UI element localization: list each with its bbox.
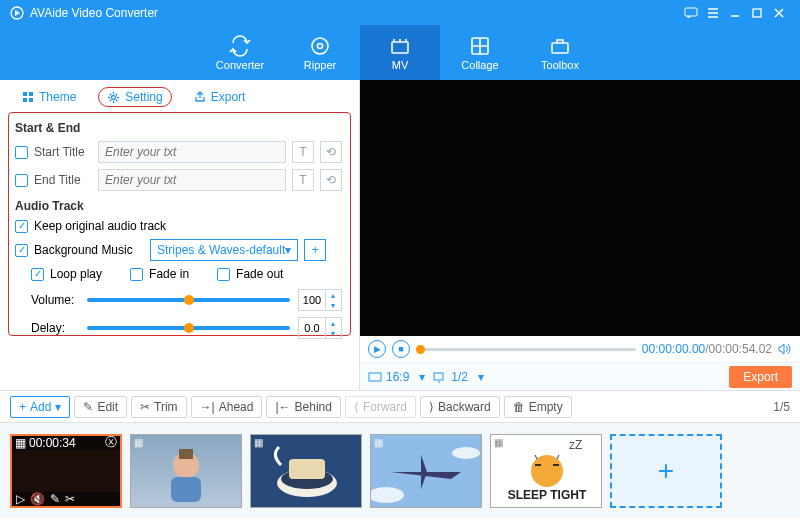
play-button[interactable]: ▶ [368,340,386,358]
video-preview[interactable] [360,80,800,336]
svg-text:SLEEP TIGHT: SLEEP TIGHT [508,488,587,502]
panel-tabs: Theme Setting Export [8,84,351,110]
clip-actions: +Add▾ ✎Edit ✂Trim →|Ahead |←Behind ⟨Forw… [0,390,800,422]
cut-icon[interactable]: ✂ [65,492,75,506]
feedback-icon[interactable] [680,2,702,24]
add-bgm-button[interactable]: + [304,239,326,261]
play-icon[interactable]: ▷ [16,492,25,506]
thumbnail-1[interactable]: ▦00:00:34ⓧ ▷🔇✎✂ [10,434,122,508]
time-display: 00:00:00.00/00:00:54.02 [642,342,772,356]
delay-value[interactable] [299,322,325,334]
trash-icon: 🗑 [513,400,525,414]
empty-button[interactable]: 🗑Empty [504,396,572,418]
screens-select[interactable]: 1/2▾ [433,370,484,384]
bgm-checkbox[interactable] [15,244,28,257]
volume-icon[interactable] [778,343,792,355]
tool-ripper[interactable]: Ripper [280,25,360,80]
fadein-label: Fade in [149,267,189,281]
down-icon[interactable]: ▾ [326,328,339,338]
svg-rect-13 [369,373,381,381]
settings-panel: Theme Setting Export Start & End Start T… [0,80,360,390]
tab-setting[interactable]: Setting [98,87,171,107]
tab-export[interactable]: Export [186,88,254,106]
stop-button[interactable]: ■ [392,340,410,358]
tool-label: Toolbox [541,59,579,71]
volume-slider[interactable] [87,298,290,302]
bgm-select[interactable]: Stripes & Waves-default ▾ [150,239,298,261]
titlebar: AVAide Video Converter [0,0,800,25]
thumbnail-2[interactable]: ▦ [130,434,242,508]
start-title-checkbox[interactable] [15,146,28,159]
thumbnail-3[interactable]: ▦ [250,434,362,508]
remove-icon[interactable]: ⓧ [105,434,117,451]
thumb-duration: 00:00:34 [29,436,76,450]
tab-theme[interactable]: Theme [14,88,84,106]
ripper-icon [309,35,331,57]
backward-button[interactable]: ⟩Backward [420,396,500,418]
thumbnail-4[interactable]: ▦ [370,434,482,508]
chevron-down-icon: ▾ [285,243,291,257]
svg-rect-7 [552,43,568,53]
section-start-end: Start & End [15,121,342,135]
up-icon[interactable]: ▴ [326,290,339,300]
volume-spin[interactable]: ▴▾ [298,289,342,311]
loop-checkbox[interactable] [31,268,44,281]
gear-icon [107,91,120,104]
fadein-checkbox[interactable] [130,268,143,281]
add-thumbnail-button[interactable]: + [610,434,722,508]
main-area: Theme Setting Export Start & End Start T… [0,80,800,390]
close-icon[interactable] [768,2,790,24]
tool-collage[interactable]: Collage [440,25,520,80]
bgm-label: Background Music [34,243,144,257]
text-style-icon[interactable]: T [292,141,314,163]
delay-slider[interactable] [87,326,290,330]
section-audio: Audio Track [15,199,342,213]
export-button[interactable]: Export [729,366,792,388]
edit-icon[interactable]: ✎ [50,492,60,506]
loop-label: Loop play [50,267,102,281]
svg-point-21 [371,487,404,503]
delay-spin[interactable]: ▴▾ [298,317,342,339]
tool-toolbox[interactable]: Toolbox [520,25,600,80]
maximize-icon[interactable] [746,2,768,24]
text-style-icon[interactable]: T [292,169,314,191]
ahead-button[interactable]: →|Ahead [191,396,263,418]
text-reset-icon[interactable]: ⟲ [320,141,342,163]
thumbnail-5[interactable]: ▦ SLEEP TIGHTzZ [490,434,602,508]
keep-audio-checkbox[interactable] [15,220,28,233]
menu-icon[interactable] [702,2,724,24]
preview-options: 16:9▾ 1/2▾ Export [360,362,800,390]
app-logo-icon [10,6,24,20]
end-title-input[interactable] [98,169,286,191]
down-icon[interactable]: ▾ [326,300,339,310]
add-button[interactable]: +Add▾ [10,396,70,418]
chevron-down-icon: ▾ [55,400,61,414]
converter-icon [229,35,251,57]
edit-button[interactable]: ✎Edit [74,396,127,418]
bgm-value: Stripes & Waves-default [157,243,285,257]
volume-value[interactable] [299,294,325,306]
forward-button[interactable]: ⟨Forward [345,396,416,418]
trim-button[interactable]: ✂Trim [131,396,187,418]
collage-icon [469,35,491,57]
minimize-icon[interactable] [724,2,746,24]
svg-rect-5 [392,42,408,53]
tool-mv[interactable]: MV [360,25,440,80]
behind-button[interactable]: |←Behind [266,396,341,418]
up-icon[interactable]: ▴ [326,318,339,328]
text-reset-icon[interactable]: ⟲ [320,169,342,191]
tab-label: Export [211,90,246,104]
start-title-input[interactable] [98,141,286,163]
mute-icon[interactable]: 🔇 [30,492,45,506]
svg-point-23 [531,455,563,487]
progress-bar[interactable] [416,348,636,351]
svg-rect-9 [29,92,33,96]
tool-label: Converter [216,59,264,71]
fadeout-label: Fade out [236,267,283,281]
tool-converter[interactable]: Converter [200,25,280,80]
aspect-select[interactable]: 16:9▾ [368,370,425,384]
fadeout-checkbox[interactable] [217,268,230,281]
svg-rect-16 [171,477,201,502]
end-title-checkbox[interactable] [15,174,28,187]
forward-icon: ⟨ [354,400,359,414]
